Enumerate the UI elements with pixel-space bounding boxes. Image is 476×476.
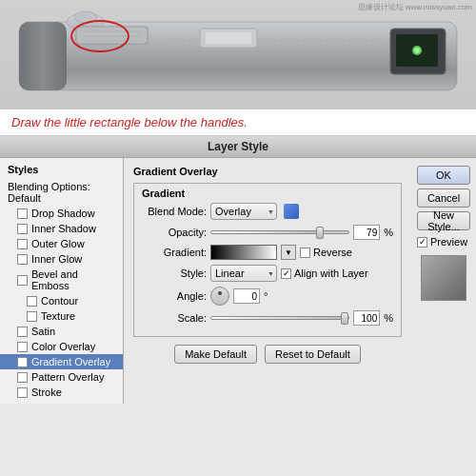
pattern-overlay-checkbox[interactable] bbox=[17, 372, 28, 383]
contour-checkbox[interactable] bbox=[27, 296, 37, 307]
align-layer-text: Align with Layer bbox=[294, 268, 368, 279]
camera-area: 思缘设计论坛 www.missyuan.com bbox=[0, 0, 476, 109]
angle-input[interactable] bbox=[233, 288, 260, 304]
scale-row: Scale: % bbox=[142, 310, 393, 326]
dialog-content: Styles Blending Options: Default Drop Sh… bbox=[0, 158, 476, 404]
scale-input[interactable] bbox=[353, 310, 380, 326]
angle-label: Angle: bbox=[142, 290, 207, 302]
inner-glow-checkbox[interactable] bbox=[17, 254, 28, 265]
opacity-thumb[interactable] bbox=[316, 227, 324, 239]
gradient-overlay-checkbox[interactable] bbox=[17, 357, 28, 367]
style-item-texture[interactable]: Texture bbox=[0, 308, 123, 324]
outer-glow-checkbox[interactable] bbox=[17, 239, 28, 249]
bevel-emboss-label: Bevel and Emboss bbox=[31, 268, 115, 291]
style-label: Style: bbox=[142, 268, 207, 279]
svg-rect-5 bbox=[76, 27, 148, 44]
align-layer-label: Align with Layer bbox=[281, 268, 368, 279]
gradient-picker-btn[interactable]: ▼ bbox=[281, 245, 296, 260]
stroke-checkbox[interactable] bbox=[17, 387, 28, 398]
gradient-overlay-title: Gradient Overlay bbox=[133, 166, 402, 177]
scale-thumb[interactable] bbox=[341, 312, 348, 325]
instruction-text: Draw the little rectangle below the hand… bbox=[11, 115, 248, 129]
new-style-button[interactable]: New Style... bbox=[417, 211, 470, 230]
style-item-inner-shadow[interactable]: Inner Shadow bbox=[0, 221, 123, 236]
style-select-wrapper: Linear Radial Angle bbox=[210, 265, 277, 282]
style-item-bevel-emboss[interactable]: Bevel and Emboss bbox=[0, 267, 123, 293]
gradient-sub-section: Gradient Blend Mode: Overlay Normal Mult… bbox=[133, 183, 402, 337]
pattern-overlay-label: Pattern Overlay bbox=[31, 371, 104, 383]
opacity-slider-container bbox=[210, 230, 349, 234]
angle-wheel[interactable] bbox=[210, 287, 229, 306]
blend-mode-row: Blend Mode: Overlay Normal Multiply Scre… bbox=[142, 203, 393, 220]
preview-label: Preview bbox=[430, 236, 467, 248]
style-item-blending[interactable]: Blending Options: Default bbox=[0, 179, 123, 206]
reverse-text: Reverse bbox=[313, 247, 352, 258]
align-layer-checkbox[interactable] bbox=[281, 268, 291, 279]
inner-shadow-label: Inner Shadow bbox=[31, 223, 96, 234]
style-item-outer-glow[interactable]: Outer Glow bbox=[0, 236, 123, 251]
opacity-unit: % bbox=[384, 227, 393, 238]
ok-button[interactable]: OK bbox=[417, 166, 470, 185]
style-select[interactable]: Linear Radial Angle bbox=[210, 265, 277, 282]
styles-panel: Styles Blending Options: Default Drop Sh… bbox=[0, 158, 124, 404]
stroke-label: Stroke bbox=[31, 387, 62, 398]
bevel-emboss-checkbox[interactable] bbox=[17, 275, 28, 286]
style-item-contour[interactable]: Contour bbox=[0, 293, 123, 308]
dialog-title: Layer Style bbox=[0, 136, 476, 158]
texture-checkbox[interactable] bbox=[27, 311, 37, 322]
gradient-label: Gradient: bbox=[142, 247, 207, 258]
drop-shadow-label: Drop Shadow bbox=[31, 208, 95, 219]
layer-style-dialog: Layer Style Styles Blending Options: Def… bbox=[0, 136, 476, 404]
svg-point-13 bbox=[414, 48, 420, 53]
drop-shadow-checkbox[interactable] bbox=[17, 208, 28, 219]
inner-shadow-checkbox[interactable] bbox=[17, 224, 28, 234]
scale-slider[interactable] bbox=[210, 316, 349, 320]
style-item-gradient-overlay[interactable]: Gradient Overlay bbox=[0, 354, 123, 369]
gradient-overlay-label: Gradient Overlay bbox=[31, 356, 110, 367]
scale-unit: % bbox=[384, 312, 393, 324]
settings-panel: Gradient Overlay Gradient Blend Mode: Ov… bbox=[124, 158, 411, 404]
angle-dot bbox=[218, 291, 222, 295]
angle-unit: ° bbox=[264, 290, 268, 302]
inner-glow-label: Inner Glow bbox=[31, 253, 82, 265]
style-item-pattern-overlay[interactable]: Pattern Overlay bbox=[0, 369, 123, 385]
style-item-drop-shadow[interactable]: Drop Shadow bbox=[0, 206, 123, 221]
opacity-row: Opacity: % bbox=[142, 225, 393, 240]
opacity-label: Opacity: bbox=[142, 227, 207, 238]
preview-row: Preview bbox=[417, 236, 470, 248]
styles-panel-title: Styles bbox=[0, 162, 123, 179]
style-item-stroke[interactable]: Stroke bbox=[0, 385, 123, 400]
preview-thumbnail bbox=[421, 255, 466, 301]
blend-mode-select[interactable]: Overlay Normal Multiply Screen bbox=[210, 203, 277, 220]
opacity-slider[interactable] bbox=[210, 230, 349, 234]
bottom-buttons: Make Default Reset to Default bbox=[133, 345, 402, 364]
angle-row: Angle: ° bbox=[142, 287, 393, 306]
satin-checkbox[interactable] bbox=[17, 327, 28, 337]
style-item-color-overlay[interactable]: Color Overlay bbox=[0, 339, 123, 354]
reverse-label: Reverse bbox=[300, 247, 352, 258]
make-default-button[interactable]: Make Default bbox=[174, 345, 257, 364]
blend-mode-icon bbox=[284, 204, 299, 219]
action-buttons-panel: OK Cancel New Style... Preview bbox=[411, 158, 476, 404]
cancel-button[interactable]: Cancel bbox=[417, 188, 470, 208]
gradient-swatch[interactable] bbox=[210, 245, 277, 260]
color-overlay-checkbox[interactable] bbox=[17, 342, 28, 352]
texture-label: Texture bbox=[41, 310, 75, 322]
satin-label: Satin bbox=[31, 326, 55, 337]
contour-label: Contour bbox=[41, 295, 78, 307]
instruction-area: Draw the little rectangle below the hand… bbox=[0, 109, 476, 136]
blend-mode-select-wrapper: Overlay Normal Multiply Screen bbox=[210, 203, 277, 220]
style-row: Style: Linear Radial Angle Align with La… bbox=[142, 265, 393, 282]
reverse-checkbox[interactable] bbox=[300, 248, 310, 258]
opacity-input[interactable] bbox=[353, 225, 380, 240]
camera-svg bbox=[10, 8, 466, 103]
watermark: 思缘设计论坛 www.missyuan.com bbox=[358, 2, 472, 12]
svg-rect-16 bbox=[206, 32, 251, 44]
outer-glow-label: Outer Glow bbox=[31, 238, 85, 249]
style-item-inner-glow[interactable]: Inner Glow bbox=[0, 251, 123, 267]
preview-checkbox[interactable] bbox=[417, 237, 427, 248]
style-item-satin[interactable]: Satin bbox=[0, 324, 123, 339]
reset-default-button[interactable]: Reset to Default bbox=[265, 345, 361, 364]
color-overlay-label: Color Overlay bbox=[31, 341, 95, 352]
gradient-row: Gradient: ▼ Reverse bbox=[142, 245, 393, 260]
